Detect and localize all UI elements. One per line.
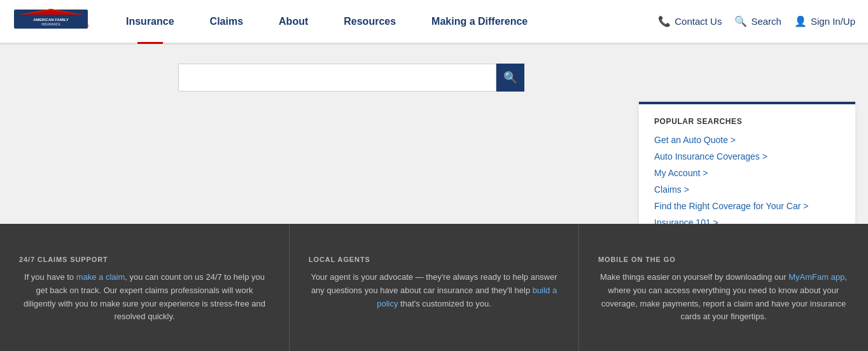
myamfam-app-link[interactable]: MyAmFam app [788, 272, 844, 282]
bottom-col-claims: 24/7 CLAIMS SUPPORT If you have to make … [0, 224, 290, 351]
bottom-section: 24/7 CLAIMS SUPPORT If you have to make … [0, 224, 868, 351]
nav-item-resources[interactable]: Resources [326, 0, 414, 44]
search-box-wrapper: 🔍 [178, 64, 675, 92]
popular-link-4[interactable]: Find the Right Coverage for Your Car > [654, 201, 840, 211]
popular-link-2[interactable]: My Account > [654, 168, 840, 178]
nav-links: Insurance Claims About Resources Making … [108, 0, 658, 44]
phone-icon: 📞 [658, 15, 671, 27]
search-input-row: 🔍 [178, 64, 675, 92]
logo[interactable]: AMERICAN FAMILY INSURANCE ® [13, 6, 89, 38]
search-link[interactable]: 🔍 Search [734, 15, 781, 27]
search-btn-icon: 🔍 [503, 71, 517, 85]
svg-text:AMERICAN FAMILY: AMERICAN FAMILY [33, 18, 68, 22]
make-claim-link[interactable]: make a claim [76, 272, 125, 282]
search-button[interactable]: 🔍 [496, 64, 524, 92]
nav-item-making-difference[interactable]: Making a Difference [414, 0, 545, 44]
bottom-col-agents-text: Your agent is your advocate — they're al… [309, 271, 559, 310]
search-area: 🔍 POPULAR SEARCHES Get an Auto Quote > A… [0, 45, 868, 223]
popular-searches-title: POPULAR SEARCHES [654, 117, 840, 126]
signin-link[interactable]: 👤 Sign In/Up [794, 15, 855, 27]
nav-item-insurance[interactable]: Insurance [108, 0, 192, 44]
contact-us-link[interactable]: 📞 Contact Us [658, 15, 722, 27]
user-icon: 👤 [794, 15, 807, 27]
popular-link-3[interactable]: Claims > [654, 184, 840, 195]
popular-link-0[interactable]: Get an Auto Quote > [654, 135, 840, 145]
nav-item-claims[interactable]: Claims [192, 0, 261, 44]
popular-link-1[interactable]: Auto Insurance Coverages > [654, 151, 840, 162]
svg-text:®: ® [87, 24, 89, 28]
svg-text:INSURANCE: INSURANCE [41, 22, 60, 26]
navbar: AMERICAN FAMILY INSURANCE ® Insurance Cl… [0, 0, 868, 45]
bottom-col-mobile-title: MOBILE ON THE GO [598, 256, 849, 263]
bottom-col-agents: LOCAL AGENTS Your agent is your advocate… [290, 224, 579, 351]
bottom-col-claims-text: If you have to make a claim, you can cou… [19, 271, 270, 324]
nav-right: 📞 Contact Us 🔍 Search 👤 Sign In/Up [658, 15, 855, 27]
bottom-col-mobile: MOBILE ON THE GO Make things easier on y… [579, 224, 868, 351]
bottom-col-agents-title: LOCAL AGENTS [309, 256, 559, 263]
bottom-col-claims-title: 24/7 CLAIMS SUPPORT [19, 256, 270, 263]
bottom-col-mobile-text: Make things easier on yourself by downlo… [598, 271, 849, 324]
search-input[interactable] [178, 64, 496, 92]
nav-item-about[interactable]: About [261, 0, 326, 44]
search-icon: 🔍 [734, 15, 747, 27]
build-policy-link[interactable]: build a policy [377, 286, 557, 308]
